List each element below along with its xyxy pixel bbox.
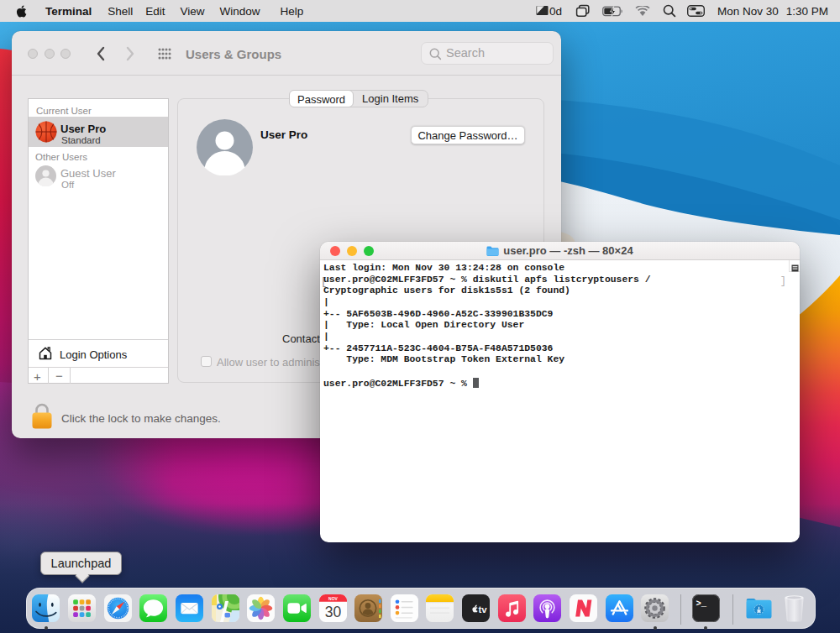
svg-text:30: 30 (324, 604, 341, 620)
svg-text:>_: >_ (696, 599, 706, 609)
svg-text:NOV: NOV (328, 596, 339, 601)
svg-text:tv: tv (479, 604, 488, 615)
